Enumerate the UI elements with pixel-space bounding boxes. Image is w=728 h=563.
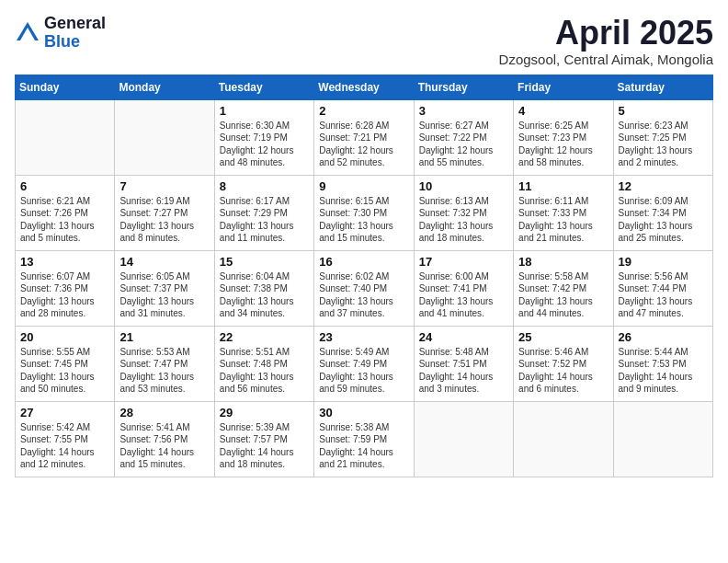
week-row-4: 20Sunrise: 5:55 AMSunset: 7:45 PMDayligh… (16, 326, 713, 401)
day-cell: 11Sunrise: 6:11 AMSunset: 7:33 PMDayligh… (514, 175, 613, 250)
day-number: 10 (419, 179, 508, 193)
logo-general: General (44, 15, 106, 33)
day-number: 11 (518, 179, 608, 193)
day-cell: 14Sunrise: 6:05 AMSunset: 7:37 PMDayligh… (115, 250, 214, 326)
day-number: 3 (419, 104, 508, 118)
day-cell: 3Sunrise: 6:27 AMSunset: 7:22 PMDaylight… (414, 99, 513, 175)
day-number: 26 (619, 330, 708, 344)
day-number: 19 (619, 255, 708, 269)
day-cell: 22Sunrise: 5:51 AMSunset: 7:48 PMDayligh… (214, 326, 313, 401)
header-cell-monday: Monday (115, 75, 214, 99)
day-number: 12 (619, 179, 708, 193)
day-cell: 10Sunrise: 6:13 AMSunset: 7:32 PMDayligh… (414, 175, 513, 250)
day-info: Sunrise: 6:23 AMSunset: 7:25 PMDaylight:… (619, 120, 708, 169)
day-cell: 18Sunrise: 5:58 AMSunset: 7:42 PMDayligh… (514, 250, 613, 326)
day-cell: 6Sunrise: 6:21 AMSunset: 7:26 PMDaylight… (16, 175, 115, 250)
day-info: Sunrise: 6:09 AMSunset: 7:34 PMDaylight:… (619, 195, 708, 245)
header-cell-tuesday: Tuesday (214, 75, 313, 99)
day-cell: 21Sunrise: 5:53 AMSunset: 7:47 PMDayligh… (115, 326, 214, 401)
day-info: Sunrise: 6:28 AMSunset: 7:21 PMDaylight:… (319, 120, 408, 169)
day-number: 18 (518, 255, 608, 269)
day-number: 29 (220, 406, 309, 419)
day-number: 14 (119, 255, 209, 269)
day-number: 8 (220, 179, 309, 193)
day-cell: 28Sunrise: 5:41 AMSunset: 7:56 PMDayligh… (115, 401, 214, 477)
header-cell-wednesday: Wednesday (314, 75, 414, 99)
header-cell-saturday: Saturday (613, 75, 712, 99)
logo: General Blue (15, 15, 106, 52)
title-block: April 2025 Dzogsool, Central Aimak, Mong… (499, 15, 713, 67)
day-cell (613, 401, 712, 477)
header-cell-friday: Friday (514, 75, 613, 99)
logo-blue: Blue (44, 33, 106, 52)
day-cell: 25Sunrise: 5:46 AMSunset: 7:52 PMDayligh… (514, 326, 613, 401)
day-info: Sunrise: 6:02 AMSunset: 7:40 PMDaylight:… (319, 270, 408, 320)
day-number: 2 (319, 104, 408, 118)
day-info: Sunrise: 5:44 AMSunset: 7:53 PMDaylight:… (619, 346, 708, 396)
day-info: Sunrise: 6:00 AMSunset: 7:41 PMDaylight:… (419, 270, 508, 320)
header-row: SundayMondayTuesdayWednesdayThursdayFrid… (16, 75, 713, 99)
day-info: Sunrise: 6:07 AMSunset: 7:36 PMDaylight:… (20, 270, 109, 320)
day-info: Sunrise: 5:48 AMSunset: 7:51 PMDaylight:… (419, 346, 508, 396)
day-cell: 16Sunrise: 6:02 AMSunset: 7:40 PMDayligh… (314, 250, 414, 326)
day-cell: 23Sunrise: 5:49 AMSunset: 7:49 PMDayligh… (314, 326, 414, 401)
header-cell-thursday: Thursday (414, 75, 513, 99)
calendar-table: SundayMondayTuesdayWednesdayThursdayFrid… (15, 75, 713, 477)
day-number: 9 (319, 179, 408, 193)
day-cell: 29Sunrise: 5:39 AMSunset: 7:57 PMDayligh… (214, 401, 313, 477)
week-row-1: 1Sunrise: 6:30 AMSunset: 7:19 PMDaylight… (16, 99, 713, 175)
day-info: Sunrise: 6:13 AMSunset: 7:32 PMDaylight:… (419, 195, 508, 245)
week-row-3: 13Sunrise: 6:07 AMSunset: 7:36 PMDayligh… (16, 250, 713, 326)
day-number: 21 (119, 330, 209, 344)
day-cell: 15Sunrise: 6:04 AMSunset: 7:38 PMDayligh… (214, 250, 313, 326)
day-info: Sunrise: 5:38 AMSunset: 7:59 PMDaylight:… (319, 421, 408, 471)
day-info: Sunrise: 5:56 AMSunset: 7:44 PMDaylight:… (619, 270, 708, 320)
day-info: Sunrise: 5:42 AMSunset: 7:55 PMDaylight:… (20, 421, 109, 471)
day-info: Sunrise: 6:21 AMSunset: 7:26 PMDaylight:… (20, 195, 109, 245)
day-number: 13 (20, 255, 109, 269)
day-cell: 27Sunrise: 5:42 AMSunset: 7:55 PMDayligh… (16, 401, 115, 477)
day-cell: 19Sunrise: 5:56 AMSunset: 7:44 PMDayligh… (613, 250, 712, 326)
day-cell: 12Sunrise: 6:09 AMSunset: 7:34 PMDayligh… (613, 175, 712, 250)
location: Dzogsool, Central Aimak, Mongolia (499, 52, 713, 67)
day-cell (514, 401, 613, 477)
day-info: Sunrise: 6:25 AMSunset: 7:23 PMDaylight:… (518, 120, 608, 169)
day-info: Sunrise: 6:19 AMSunset: 7:27 PMDaylight:… (119, 195, 209, 245)
week-row-2: 6Sunrise: 6:21 AMSunset: 7:26 PMDaylight… (16, 175, 713, 250)
day-number: 5 (619, 104, 708, 118)
day-info: Sunrise: 6:11 AMSunset: 7:33 PMDaylight:… (518, 195, 608, 245)
day-cell (16, 99, 115, 175)
day-cell: 5Sunrise: 6:23 AMSunset: 7:25 PMDaylight… (613, 99, 712, 175)
day-cell: 26Sunrise: 5:44 AMSunset: 7:53 PMDayligh… (613, 326, 712, 401)
day-number: 1 (220, 104, 309, 118)
day-info: Sunrise: 5:41 AMSunset: 7:56 PMDaylight:… (119, 421, 209, 471)
day-info: Sunrise: 5:51 AMSunset: 7:48 PMDaylight:… (220, 346, 309, 396)
day-number: 30 (319, 406, 408, 419)
day-cell: 13Sunrise: 6:07 AMSunset: 7:36 PMDayligh… (16, 250, 115, 326)
day-cell: 30Sunrise: 5:38 AMSunset: 7:59 PMDayligh… (314, 401, 414, 477)
day-cell: 24Sunrise: 5:48 AMSunset: 7:51 PMDayligh… (414, 326, 513, 401)
day-cell: 2Sunrise: 6:28 AMSunset: 7:21 PMDaylight… (314, 99, 414, 175)
day-info: Sunrise: 5:46 AMSunset: 7:52 PMDaylight:… (518, 346, 608, 396)
day-cell: 1Sunrise: 6:30 AMSunset: 7:19 PMDaylight… (214, 99, 313, 175)
day-cell: 8Sunrise: 6:17 AMSunset: 7:29 PMDaylight… (214, 175, 313, 250)
day-cell: 7Sunrise: 6:19 AMSunset: 7:27 PMDaylight… (115, 175, 214, 250)
page-header: General Blue April 2025 Dzogsool, Centra… (15, 15, 713, 67)
day-number: 6 (20, 179, 109, 193)
day-number: 24 (419, 330, 508, 344)
day-info: Sunrise: 5:49 AMSunset: 7:49 PMDaylight:… (319, 346, 408, 396)
day-info: Sunrise: 5:55 AMSunset: 7:45 PMDaylight:… (20, 346, 109, 396)
day-info: Sunrise: 5:53 AMSunset: 7:47 PMDaylight:… (119, 346, 209, 396)
day-cell: 20Sunrise: 5:55 AMSunset: 7:45 PMDayligh… (16, 326, 115, 401)
day-number: 20 (20, 330, 109, 344)
month-title: April 2025 (499, 15, 713, 52)
day-number: 4 (518, 104, 608, 118)
day-number: 15 (220, 255, 309, 269)
day-info: Sunrise: 6:17 AMSunset: 7:29 PMDaylight:… (220, 195, 309, 245)
day-cell: 4Sunrise: 6:25 AMSunset: 7:23 PMDaylight… (514, 99, 613, 175)
day-number: 17 (419, 255, 508, 269)
day-number: 28 (119, 406, 209, 419)
day-number: 27 (20, 406, 109, 419)
day-cell: 17Sunrise: 6:00 AMSunset: 7:41 PMDayligh… (414, 250, 513, 326)
day-number: 7 (119, 179, 209, 193)
